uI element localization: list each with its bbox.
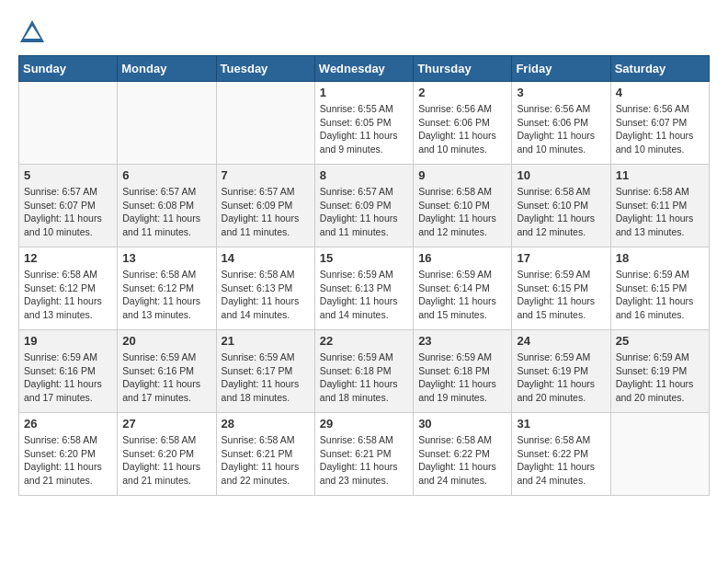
- day-info: Sunrise: 6:59 AM Sunset: 6:19 PM Dayligh…: [517, 350, 605, 405]
- logo-icon: [18, 18, 46, 46]
- day-info: Sunrise: 6:58 AM Sunset: 6:11 PM Dayligh…: [616, 185, 704, 239]
- calendar-cell: [118, 82, 216, 165]
- calendar-cell: 14Sunrise: 6:58 AM Sunset: 6:13 PM Dayli…: [216, 247, 314, 330]
- calendar-cell: 19Sunrise: 6:59 AM Sunset: 6:16 PM Dayli…: [19, 330, 118, 413]
- day-info: Sunrise: 6:59 AM Sunset: 6:16 PM Dayligh…: [24, 350, 112, 405]
- day-info: Sunrise: 6:57 AM Sunset: 6:07 PM Dayligh…: [24, 185, 112, 239]
- calendar-cell: 26Sunrise: 6:58 AM Sunset: 6:20 PM Dayli…: [19, 413, 118, 496]
- calendar-cell: 27Sunrise: 6:58 AM Sunset: 6:20 PM Dayli…: [118, 413, 216, 496]
- logo: [18, 18, 50, 46]
- day-info: Sunrise: 6:58 AM Sunset: 6:21 PM Dayligh…: [320, 433, 408, 488]
- day-number: 21: [222, 334, 310, 348]
- day-number: 5: [24, 168, 112, 182]
- day-number: 20: [122, 334, 210, 348]
- day-info: Sunrise: 6:57 AM Sunset: 6:09 PM Dayligh…: [222, 185, 310, 239]
- day-info: Sunrise: 6:59 AM Sunset: 6:19 PM Dayligh…: [616, 350, 704, 405]
- day-number: 22: [320, 334, 408, 348]
- day-number: 31: [517, 417, 605, 431]
- calendar-week-row: 1Sunrise: 6:55 AM Sunset: 6:05 PM Daylig…: [19, 82, 710, 165]
- day-number: 7: [222, 168, 310, 182]
- calendar-cell: 16Sunrise: 6:59 AM Sunset: 6:14 PM Dayli…: [414, 247, 512, 330]
- calendar-cell: 25Sunrise: 6:59 AM Sunset: 6:19 PM Dayli…: [610, 330, 709, 413]
- calendar-week-row: 26Sunrise: 6:58 AM Sunset: 6:20 PM Dayli…: [19, 413, 710, 496]
- day-info: Sunrise: 6:56 AM Sunset: 6:07 PM Dayligh…: [616, 102, 704, 156]
- day-number: 2: [418, 86, 506, 99]
- day-info: Sunrise: 6:58 AM Sunset: 6:12 PM Dayligh…: [122, 268, 210, 322]
- day-number: 15: [320, 251, 408, 265]
- day-number: 28: [222, 417, 310, 431]
- day-info: Sunrise: 6:58 AM Sunset: 6:10 PM Dayligh…: [517, 185, 605, 239]
- day-info: Sunrise: 6:59 AM Sunset: 6:13 PM Dayligh…: [320, 268, 408, 322]
- day-number: 19: [24, 334, 112, 348]
- calendar-week-row: 12Sunrise: 6:58 AM Sunset: 6:12 PM Dayli…: [19, 247, 710, 330]
- day-info: Sunrise: 6:57 AM Sunset: 6:08 PM Dayligh…: [122, 185, 210, 239]
- day-number: 6: [122, 168, 210, 182]
- day-info: Sunrise: 6:55 AM Sunset: 6:05 PM Dayligh…: [320, 102, 408, 156]
- calendar-cell: 3Sunrise: 6:56 AM Sunset: 6:06 PM Daylig…: [512, 82, 610, 165]
- weekday-header-wednesday: Wednesday: [314, 56, 413, 82]
- day-number: 10: [517, 168, 605, 182]
- calendar-cell: 17Sunrise: 6:59 AM Sunset: 6:15 PM Dayli…: [512, 247, 610, 330]
- calendar-cell: 7Sunrise: 6:57 AM Sunset: 6:09 PM Daylig…: [216, 165, 314, 247]
- calendar-cell: 13Sunrise: 6:58 AM Sunset: 6:12 PM Dayli…: [118, 247, 216, 330]
- day-number: 4: [616, 86, 704, 99]
- calendar-cell: 29Sunrise: 6:58 AM Sunset: 6:21 PM Dayli…: [314, 413, 413, 496]
- weekday-header-saturday: Saturday: [610, 56, 709, 82]
- day-number: 17: [517, 251, 605, 265]
- day-info: Sunrise: 6:59 AM Sunset: 6:15 PM Dayligh…: [616, 268, 704, 322]
- day-info: Sunrise: 6:58 AM Sunset: 6:20 PM Dayligh…: [24, 433, 112, 488]
- day-info: Sunrise: 6:58 AM Sunset: 6:22 PM Dayligh…: [517, 433, 605, 488]
- day-number: 11: [616, 168, 704, 182]
- weekday-header-thursday: Thursday: [414, 56, 512, 82]
- day-number: 12: [24, 251, 112, 265]
- weekday-header-tuesday: Tuesday: [216, 56, 314, 82]
- day-number: 26: [24, 417, 112, 431]
- weekday-header-row: SundayMondayTuesdayWednesdayThursdayFrid…: [19, 56, 710, 82]
- calendar-cell: 12Sunrise: 6:58 AM Sunset: 6:12 PM Dayli…: [19, 247, 118, 330]
- calendar-cell: 18Sunrise: 6:59 AM Sunset: 6:15 PM Dayli…: [610, 247, 709, 330]
- weekday-header-monday: Monday: [118, 56, 216, 82]
- weekday-header-sunday: Sunday: [19, 56, 118, 82]
- day-number: 18: [616, 251, 704, 265]
- calendar-cell: 15Sunrise: 6:59 AM Sunset: 6:13 PM Dayli…: [314, 247, 413, 330]
- day-number: 23: [418, 334, 506, 348]
- calendar-cell: 9Sunrise: 6:58 AM Sunset: 6:10 PM Daylig…: [414, 165, 512, 247]
- calendar-cell: 23Sunrise: 6:59 AM Sunset: 6:18 PM Dayli…: [414, 330, 512, 413]
- day-number: 24: [517, 334, 605, 348]
- calendar-cell: 21Sunrise: 6:59 AM Sunset: 6:17 PM Dayli…: [216, 330, 314, 413]
- page-header: [18, 18, 710, 46]
- day-info: Sunrise: 6:56 AM Sunset: 6:06 PM Dayligh…: [517, 102, 605, 156]
- calendar-week-row: 5Sunrise: 6:57 AM Sunset: 6:07 PM Daylig…: [19, 165, 710, 247]
- calendar-cell: 1Sunrise: 6:55 AM Sunset: 6:05 PM Daylig…: [314, 82, 413, 165]
- day-number: 14: [222, 251, 310, 265]
- calendar-cell: [610, 413, 709, 496]
- calendar-cell: 22Sunrise: 6:59 AM Sunset: 6:18 PM Dayli…: [314, 330, 413, 413]
- calendar-week-row: 19Sunrise: 6:59 AM Sunset: 6:16 PM Dayli…: [19, 330, 710, 413]
- day-number: 13: [122, 251, 210, 265]
- day-info: Sunrise: 6:57 AM Sunset: 6:09 PM Dayligh…: [320, 185, 408, 239]
- day-info: Sunrise: 6:58 AM Sunset: 6:10 PM Dayligh…: [418, 185, 506, 239]
- calendar-cell: 24Sunrise: 6:59 AM Sunset: 6:19 PM Dayli…: [512, 330, 610, 413]
- day-info: Sunrise: 6:59 AM Sunset: 6:17 PM Dayligh…: [222, 350, 310, 405]
- day-number: 30: [418, 417, 506, 431]
- calendar-cell: [216, 82, 314, 165]
- calendar-cell: 20Sunrise: 6:59 AM Sunset: 6:16 PM Dayli…: [118, 330, 216, 413]
- calendar-cell: 8Sunrise: 6:57 AM Sunset: 6:09 PM Daylig…: [314, 165, 413, 247]
- calendar-cell: 31Sunrise: 6:58 AM Sunset: 6:22 PM Dayli…: [512, 413, 610, 496]
- day-info: Sunrise: 6:56 AM Sunset: 6:06 PM Dayligh…: [418, 102, 506, 156]
- day-number: 9: [418, 168, 506, 182]
- day-number: 25: [616, 334, 704, 348]
- day-number: 29: [320, 417, 408, 431]
- day-info: Sunrise: 6:58 AM Sunset: 6:22 PM Dayligh…: [418, 433, 506, 488]
- day-info: Sunrise: 6:59 AM Sunset: 6:16 PM Dayligh…: [122, 350, 210, 405]
- calendar-cell: 6Sunrise: 6:57 AM Sunset: 6:08 PM Daylig…: [118, 165, 216, 247]
- day-number: 1: [320, 86, 408, 99]
- weekday-header-friday: Friday: [512, 56, 610, 82]
- calendar-cell: 28Sunrise: 6:58 AM Sunset: 6:21 PM Dayli…: [216, 413, 314, 496]
- calendar-table: SundayMondayTuesdayWednesdayThursdayFrid…: [18, 55, 710, 496]
- day-info: Sunrise: 6:58 AM Sunset: 6:13 PM Dayligh…: [222, 268, 310, 322]
- calendar-cell: 4Sunrise: 6:56 AM Sunset: 6:07 PM Daylig…: [610, 82, 709, 165]
- day-number: 27: [122, 417, 210, 431]
- calendar-cell: [19, 82, 118, 165]
- calendar-cell: 5Sunrise: 6:57 AM Sunset: 6:07 PM Daylig…: [19, 165, 118, 247]
